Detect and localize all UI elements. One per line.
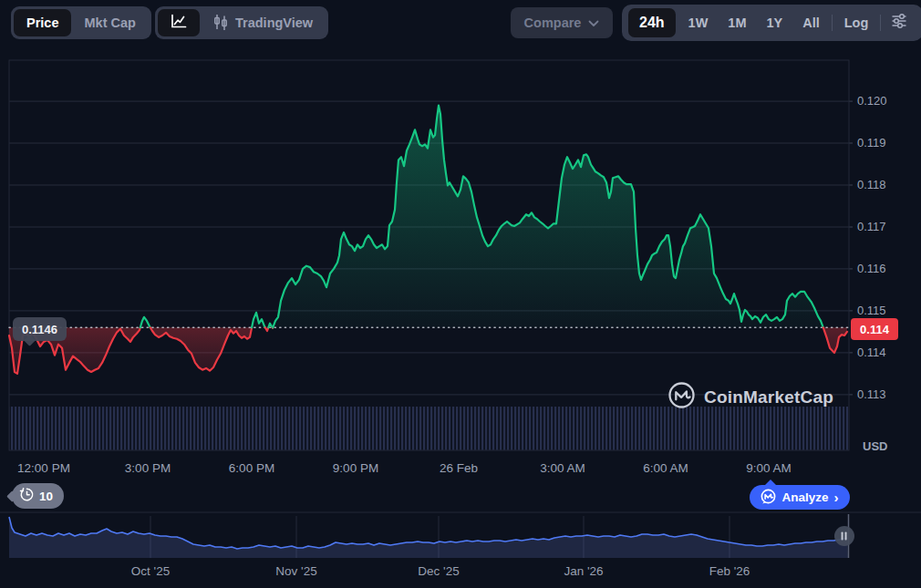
x-axis-label: 3:00 PM [107,461,189,475]
range-24h[interactable]: 24h [628,8,676,37]
range-1m[interactable]: 1M [718,15,756,30]
line-chart-tab[interactable] [158,9,200,36]
x-axis-label: 6:00 PM [211,461,293,475]
navigator-month-label: Nov '25 [255,564,337,578]
y-axis-label: 0.118 [857,178,912,191]
range-all[interactable]: All [792,15,830,30]
x-axis-label: 9:00 PM [315,461,397,475]
navigator-handle-grip [842,532,843,541]
x-axis-label: 12:00 PM [3,461,85,475]
y-axis-label: 0.114 [857,346,912,359]
tradingview-tab[interactable]: TradingView [200,9,326,36]
open-price-label: 0.1146 [13,317,67,341]
y-axis-label: 0.120 [857,94,912,108]
chart-settings-button[interactable] [883,11,916,35]
chevron-right-icon: › [834,490,839,505]
y-axis-label: 0.116 [857,262,912,275]
y-axis-label: 0.119 [857,136,912,150]
mktcap-tab[interactable]: Mkt Cap [71,9,148,36]
open-price-value: 0.1146 [22,323,57,336]
chevron-down-icon [588,15,599,30]
x-axis-label: 26 Feb [418,461,500,475]
compare-label: Compare [524,15,582,30]
price-tab[interactable]: Price [14,9,71,36]
navigator-area [9,517,848,558]
coinmarketcap-watermark: CoinMarketCap [667,381,833,414]
navigator-month-label: Feb '26 [688,564,771,578]
price-chart-page: Price Mkt Cap TradingView Compare [0,0,921,588]
watermark-text: CoinMarketCap [704,387,833,407]
price-area-up [273,106,823,328]
coinmarketcap-logo-icon [667,381,696,414]
log-toggle[interactable]: Log [834,15,879,30]
y-axis-label: 0.117 [857,220,912,233]
current-price-badge: 0.114 [851,318,898,340]
y-axis-label: 0.115 [857,304,912,317]
analyze-cmc-icon [761,489,776,507]
x-axis-label: 6:00 AM [625,461,707,475]
line-chart-icon [169,13,189,34]
tradingview-label: TradingView [235,15,313,30]
range-1y[interactable]: 1Y [756,15,792,30]
history-clock-icon [19,487,35,505]
candlestick-icon [212,13,229,34]
analyze-pointer [764,480,777,486]
navigator-handle-grip [845,532,847,541]
chart-type-toggle: TradingView [155,6,328,39]
divider [832,15,833,31]
price-mktcap-toggle: Price Mkt Cap [11,6,151,39]
y-axis-label: 0.113 [857,387,912,401]
x-axis-label: 9:00 AM [728,461,810,475]
range-selector: 24h 1W 1M 1Y All Log [622,5,921,41]
history-count: 10 [39,490,53,503]
divider [880,15,881,31]
analyze-button[interactable]: Analyze › [750,485,850,510]
analyze-label: Analyze [781,490,828,504]
navigator-handle[interactable] [834,526,854,546]
usd-label: USD [863,439,887,453]
sliders-icon [889,11,909,35]
range-1w[interactable]: 1W [678,15,719,30]
compare-button[interactable]: Compare [511,7,613,38]
navigator-month-label: Jan '26 [543,564,625,578]
history-badge[interactable]: 10 [12,483,64,509]
navigator-month-label: Dec '25 [398,564,480,578]
navigator-month-label: Oct '25 [109,564,191,578]
x-axis-label: 3:00 AM [522,461,604,475]
